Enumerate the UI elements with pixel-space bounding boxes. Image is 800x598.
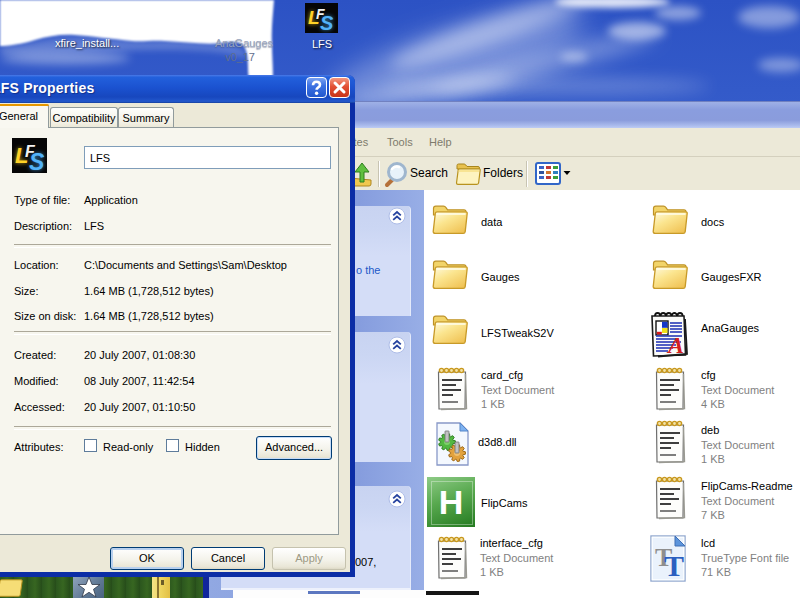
svg-text:S: S (320, 12, 334, 33)
svg-text:A: A (666, 332, 684, 358)
svg-text:T: T (664, 549, 684, 582)
svg-text:S: S (29, 149, 45, 173)
